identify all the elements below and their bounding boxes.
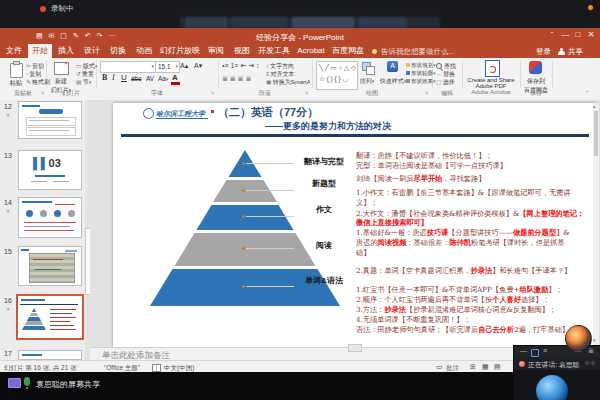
overlay-video-area[interactable]: [514, 370, 600, 400]
create-share-pdf-button[interactable]: Create and ShareAdobe PDF: [462, 77, 520, 89]
new-slide-star-icon: ✷: [64, 60, 68, 66]
tell-me-search[interactable]: 告诉我您想要做什么...: [381, 47, 455, 57]
restore-button[interactable]: □: [572, 30, 584, 39]
spell-check-icon[interactable]: [152, 364, 161, 372]
tab-review[interactable]: 审阅: [204, 44, 228, 58]
tab-baidu-netdisk[interactable]: 百度网盘: [330, 44, 366, 58]
slide-thumbnail-16-selected[interactable]: [16, 294, 84, 340]
arrange-button[interactable]: 排列▾: [356, 77, 378, 86]
meeting-overlay-panel: — ≡ ≣ 正在讲话: 袁思聪: [513, 345, 600, 400]
select-button[interactable]: ▢选择: [436, 78, 455, 87]
paragraph-row1-buttons[interactable]: •≡ 1≡ ⇤ ⇥ ↕: [222, 62, 260, 70]
speaker-volume-icon: [519, 361, 525, 367]
slide-scrollbar[interactable]: ▴ ▾: [593, 103, 599, 345]
tab-animations[interactable]: 动画: [132, 44, 156, 58]
scroll-up-icon[interactable]: ▴: [593, 103, 596, 109]
pyramid-label-new-question-type[interactable]: 新题型: [293, 178, 355, 189]
notes-splitter[interactable]: ⋯: [348, 344, 362, 352]
reading-view-icon[interactable]: ▤: [494, 363, 501, 371]
shapes-row1[interactable]: ╲ ╱ ▭ ○ △ ◇: [319, 64, 356, 72]
quick-access-toolbar[interactable]: ▤ ✉ ▢ ✎ ↶ ↷ ⋯: [36, 32, 117, 40]
ribbon-display-options-button[interactable]: ˆ: [546, 30, 558, 39]
user-avatar[interactable]: [565, 325, 592, 352]
pyramid-label-reading[interactable]: 阅读: [293, 240, 355, 251]
slide-thumbnail-13[interactable]: ▌▌03: [18, 150, 82, 190]
font-color-button[interactable]: A: [172, 73, 178, 82]
strikethrough-button[interactable]: abc: [131, 75, 141, 82]
tab-view[interactable]: 视图: [230, 44, 254, 58]
tab-file[interactable]: 文件: [2, 44, 26, 58]
smartart-button[interactable]: ▣转换为SmartArt: [266, 78, 310, 87]
smartart-icon: ▣: [266, 79, 272, 85]
tab-developer[interactable]: 开发工具: [256, 44, 292, 58]
overlay-window-icon[interactable]: [531, 349, 539, 357]
grow-font-button[interactable]: A▴: [180, 62, 188, 70]
tab-design[interactable]: 设计: [80, 44, 104, 58]
title-rule: [121, 134, 589, 137]
font-size-combobox[interactable]: 15.1▾: [155, 61, 180, 73]
pyramid-label-translation-cloze[interactable]: 翻译与完型: [293, 156, 355, 167]
slide-thumbnail-12[interactable]: [18, 101, 82, 139]
scissors-icon: ✂: [26, 63, 31, 69]
tab-home[interactable]: 开始: [28, 44, 52, 58]
section-button[interactable]: ▤节▾: [76, 78, 91, 87]
clipboard-dialog-launcher[interactable]: ↘: [40, 89, 44, 95]
slide-canvas[interactable]: 哈尔滨工程大学 （二）英语（77分） ——更多的是努力和方法的对决: [113, 103, 597, 347]
shape-outline-button[interactable]: 形状轮廓▾: [406, 70, 436, 77]
video-thumb: [232, 17, 287, 28]
notes-line: 语法：田静老师句句真研；【听完课后自己去分析2遍，打牢基础】: [356, 326, 569, 333]
italic-button[interactable]: I: [112, 73, 115, 82]
pyramid-label-essay[interactable]: 作文: [293, 204, 355, 215]
slide-scrollbar-thumb[interactable]: [594, 111, 598, 156]
tab-insert[interactable]: 插入: [54, 44, 78, 58]
slide-thumbnail-17[interactable]: [18, 350, 82, 360]
tab-slideshow[interactable]: 幻灯片放映: [158, 44, 202, 58]
underline-button[interactable]: U: [121, 73, 127, 82]
overlay-list-icon[interactable]: ≡: [543, 347, 547, 354]
tab-transitions[interactable]: 切换: [106, 44, 130, 58]
normal-view-icon[interactable]: ⊞: [470, 363, 476, 371]
change-case-button[interactable]: Aa▾: [158, 75, 168, 82]
bold-button[interactable]: B: [102, 73, 107, 82]
share-button[interactable]: 共享: [568, 47, 583, 57]
font-name-combobox[interactable]: ▾: [100, 61, 156, 73]
overlay-menu-icon[interactable]: ≣: [588, 347, 594, 355]
shapes-row2[interactable]: ☆ ( ) { } ◡: [319, 75, 348, 83]
pyramid-label-vocab-grammar[interactable]: 单词&语法: [293, 275, 355, 286]
slide-subtitle[interactable]: ——更多的是努力和方法的对决: [265, 120, 391, 133]
slide-thumbnail-15[interactable]: [18, 246, 82, 286]
slide-sorter-view-icon[interactable]: ▦: [482, 363, 489, 371]
recording-label: 录制中: [51, 4, 74, 14]
copy-icon: ▫: [26, 71, 28, 77]
paragraph-dialog-launcher[interactable]: ↘: [304, 89, 308, 95]
character-spacing-button[interactable]: AV: [146, 75, 154, 82]
paragraph-align-buttons[interactable]: ≣ ≣ ≣ ≣: [222, 75, 251, 83]
shape-fill-button[interactable]: 形状填充▾: [406, 62, 436, 69]
minimize-button[interactable]: —: [559, 30, 571, 39]
sign-in-link[interactable]: 登录: [536, 47, 551, 57]
shapes-gallery[interactable]: ╲ ╱ ▭ ○ △ ◇ ☆ ( ) { } ◡: [316, 61, 358, 90]
slide-title[interactable]: （二）英语（77分）: [218, 105, 318, 120]
notes-line: 唐迟的阅读视频；基础很差：陈仲凯粉笔考研【课时长，但是抓基: [356, 239, 564, 246]
shape-effects-button[interactable]: 形状效果▾: [406, 78, 436, 85]
thumb-number: 12: [4, 103, 12, 110]
overlay-minimize-icon[interactable]: —: [520, 347, 527, 354]
group-paragraph: 段落: [218, 89, 312, 98]
comments-icon[interactable]: ▭: [436, 363, 443, 371]
drawing-dialog-launcher[interactable]: ↘: [424, 89, 428, 95]
quick-styles-button[interactable]: 快速样式▾: [378, 77, 408, 86]
thumb-number: 14: [4, 199, 12, 206]
baidu-save-icon: [529, 61, 542, 74]
collapse-ribbon-button[interactable]: ˆ: [586, 90, 588, 97]
paste-icon[interactable]: [10, 63, 23, 78]
section-icon: ▤: [76, 79, 82, 85]
slide-thumbnail-14[interactable]: [18, 197, 82, 238]
paste-button[interactable]: 粘贴: [4, 79, 28, 88]
font-dialog-launcher[interactable]: ↘: [210, 89, 214, 95]
tab-acrobat[interactable]: Acrobat: [294, 44, 328, 58]
panel-scrollbar[interactable]: [85, 100, 90, 360]
close-button[interactable]: ✕: [585, 30, 597, 39]
notes-line: 2.大作文：潘赟【社会现象类&精神评价类模板】&【网上整理的笔记：: [356, 210, 584, 217]
shrink-font-button[interactable]: A▾: [194, 62, 202, 70]
scroll-down-icon[interactable]: ▾: [593, 337, 596, 343]
